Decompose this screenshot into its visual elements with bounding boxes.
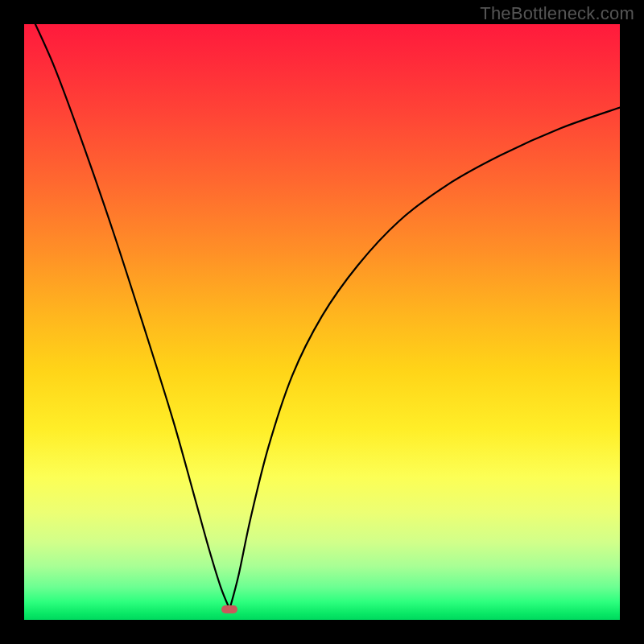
curve-right-branch	[229, 108, 620, 609]
curve-left-branch	[24, 24, 229, 609]
curve-svg	[24, 24, 620, 620]
watermark-text: TheBottleneck.com	[480, 3, 634, 24]
min-marker	[221, 605, 237, 613]
plot-area	[24, 24, 620, 620]
chart-frame: TheBottleneck.com	[0, 0, 644, 644]
